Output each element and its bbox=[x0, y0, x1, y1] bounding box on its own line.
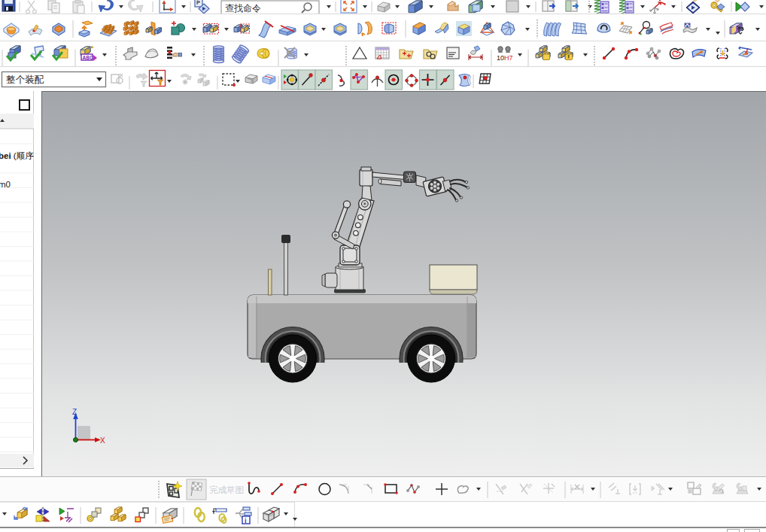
svg-text:X: X bbox=[100, 436, 105, 445]
svg-text:查找命令: 查找命令 bbox=[225, 3, 261, 14]
svg-text:10: 10 bbox=[497, 54, 504, 62]
svg-text:i: i bbox=[245, 517, 247, 524]
svg-text:Z: Z bbox=[72, 408, 77, 416]
svg-text:bei (顺序: bei (顺序 bbox=[0, 151, 34, 160]
svg-text:完成草图: 完成草图 bbox=[209, 485, 244, 494]
svg-text:m0: m0 bbox=[0, 180, 11, 189]
svg-text:H7: H7 bbox=[504, 54, 513, 62]
svg-text:整个装配: 整个装配 bbox=[6, 74, 44, 85]
svg-text:ABC: ABC bbox=[83, 55, 93, 60]
